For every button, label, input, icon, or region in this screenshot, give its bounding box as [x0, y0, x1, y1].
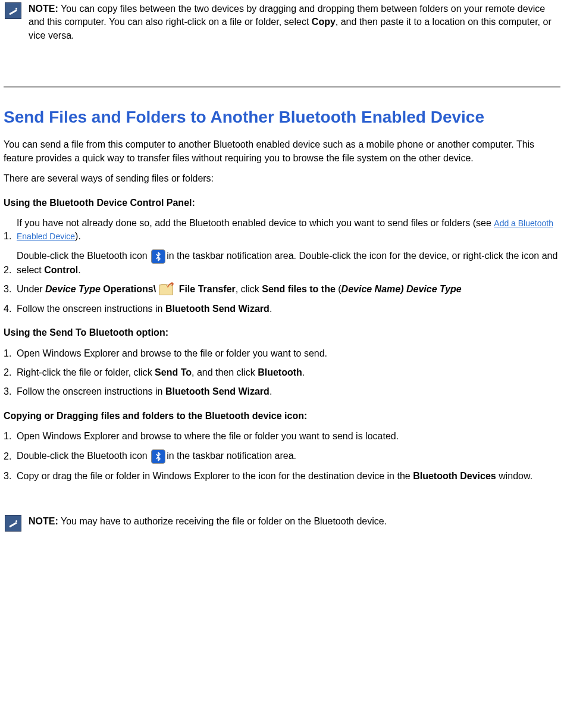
step-row: 4. Follow the onscreen instructions in B… [4, 302, 560, 315]
step-row: 2. Right-click the file or folder, click… [4, 366, 560, 379]
step-text: in the taskbar notification area. [167, 451, 296, 461]
step-number: 3. [4, 283, 17, 296]
step-content: Open Windows Explorer and browse to the … [17, 347, 560, 360]
step-content: Follow the onscreen instructions in Blue… [17, 302, 560, 315]
step-bold: Control [44, 265, 78, 275]
step-number: 2. [4, 450, 17, 463]
subheading-copy-drag: Copying or Dragging files and folders to… [4, 410, 560, 423]
step-row: 1. Open Windows Explorer and browse to w… [4, 430, 560, 443]
note-block-authorize: NOTE: You may have to authorize receivin… [0, 513, 564, 534]
bluetooth-icon [151, 249, 165, 264]
step-number: 1. [4, 230, 17, 243]
step-bolditalic: Device Name) Device Type [341, 284, 462, 294]
step-content: Double-click the Bluetooth icon in the t… [17, 449, 560, 464]
intro-paragraph-2: There are several ways of sending files … [4, 172, 560, 185]
step-text: . [270, 304, 272, 314]
step-row: 1. Open Windows Explorer and browse to t… [4, 347, 560, 360]
step-text: If you have not already done so, add the… [17, 218, 494, 228]
step-text: Follow the onscreen instructions in [17, 304, 165, 314]
note-label: NOTE: [29, 4, 58, 14]
step-bold: Send files to the [262, 284, 338, 294]
step-bold: File Transfer [176, 284, 236, 294]
step-content: Under Device Type Operations\ File Trans… [17, 283, 560, 296]
step-number: 2. [4, 366, 17, 379]
step-bold: Operations\ [101, 284, 156, 294]
step-row: 2. Double-click the Bluetooth icon in th… [4, 249, 560, 277]
section-heading: Send Files and Folders to Another Blueto… [4, 105, 560, 129]
note-icon [5, 515, 21, 532]
step-number: 1. [4, 347, 17, 360]
note-copy-bold: Copy [312, 17, 336, 27]
step-bold: Send To [155, 367, 192, 377]
note-text: NOTE: You can copy files between the two… [29, 2, 559, 42]
step-text: . [270, 386, 272, 396]
step-text: Double-click the Bluetooth icon [17, 251, 150, 261]
note-label: NOTE: [29, 516, 58, 526]
file-transfer-icon [158, 283, 174, 296]
step-text: , and then click [192, 367, 258, 377]
step-bold: Bluetooth [258, 367, 302, 377]
step-bold: Bluetooth Send Wizard [165, 386, 270, 396]
step-text: Copy or drag the file or folder in Windo… [17, 471, 413, 481]
step-text: Double-click the Bluetooth icon [17, 451, 150, 461]
step-text: , click [236, 284, 262, 294]
subheading-send-to: Using the Send To Bluetooth option: [4, 326, 560, 339]
step-number: 4. [4, 302, 17, 315]
step-number: 3. [4, 470, 17, 483]
step-bold: Bluetooth Send Wizard [165, 304, 270, 314]
step-row: 3. Under Device Type Operations\ File Tr… [4, 283, 560, 296]
step-bold: Bluetooth Devices [413, 471, 496, 481]
note-body: You may have to authorize receiving the … [58, 516, 387, 526]
step-number: 3. [4, 385, 17, 398]
step-content: Right-click the file or folder, click Se… [17, 366, 560, 379]
intro-paragraph: You can send a file from this computer t… [4, 138, 560, 165]
step-content: Copy or drag the file or folder in Windo… [17, 470, 560, 483]
step-text: ). [75, 231, 81, 241]
step-text: . [78, 265, 80, 275]
step-content: If you have not already done so, add the… [17, 217, 560, 243]
step-text: Right-click the file or folder, click [17, 367, 155, 377]
step-text: Under [17, 284, 45, 294]
step-row: 1. If you have not already done so, add … [4, 217, 560, 243]
step-row: 2. Double-click the Bluetooth icon in th… [4, 449, 560, 464]
bluetooth-icon [151, 449, 165, 464]
divider [4, 86, 560, 88]
step-content: Follow the onscreen instructions in Blue… [17, 385, 560, 398]
subheading-control-panel: Using the Bluetooth Device Control Panel… [4, 196, 560, 210]
step-row: 3. Follow the onscreen instructions in B… [4, 385, 560, 398]
step-text: Follow the onscreen instructions in [17, 386, 165, 396]
note-text: NOTE: You may have to authorize receivin… [29, 515, 559, 528]
step-text: window. [496, 471, 532, 481]
note-block-copy: NOTE: You can copy files between the two… [0, 0, 564, 45]
step-row: 3. Copy or drag the file or folder in Wi… [4, 470, 560, 483]
step-content: Open Windows Explorer and browse to wher… [17, 430, 560, 443]
step-number: 1. [4, 430, 17, 443]
step-number: 2. [4, 264, 17, 277]
step-content: Double-click the Bluetooth icon in the t… [17, 249, 560, 277]
note-icon [5, 2, 21, 19]
step-bolditalic: Device Type [45, 284, 101, 294]
step-text: . [302, 367, 305, 377]
